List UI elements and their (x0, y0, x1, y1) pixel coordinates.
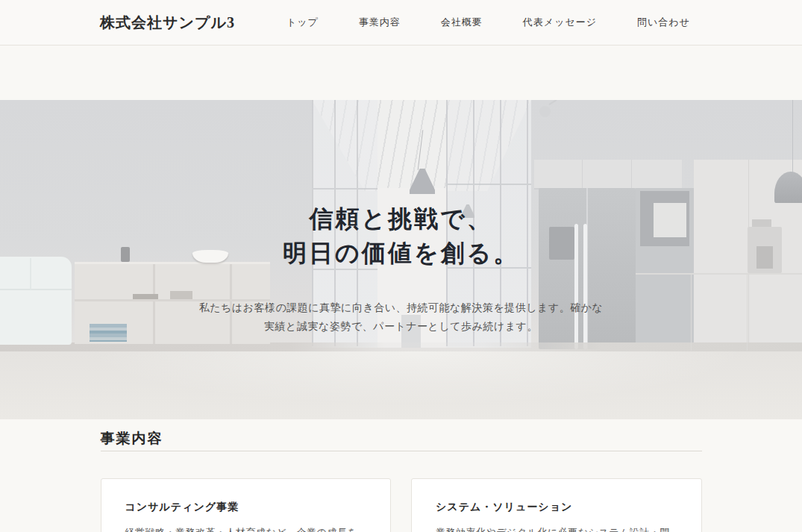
service-card-consulting: コンサルティング事業 経営戦略・業務改革・人材育成など、企業の成長を支え (101, 478, 392, 532)
main-nav: トップ 事業内容 会社概要 代表メッセージ 問い合わせ (286, 16, 690, 29)
hero-heading: 信頼と挑戦で、 明日の価値を創る。 (0, 201, 802, 270)
services-title: 事業内容 (101, 429, 702, 448)
service-card-title: システム・ソリューション (436, 501, 677, 514)
nav-link-contact[interactable]: 問い合わせ (637, 16, 690, 29)
hero-lead: 私たちはお客様の課題に真摯に向き合い、持続可能な解決策を提供します。確かな実績と… (198, 298, 604, 336)
nav-link-top[interactable]: トップ (286, 16, 319, 29)
hero-section: 信頼と挑戦で、 明日の価値を創る。 私たちはお客様の課題に真摯に向き合い、持続可… (0, 100, 802, 419)
service-card-system-solution: システム・ソリューション 業務効率化やデジタル化に必要なシステム設計・開発・ (411, 478, 702, 532)
nav-link-company[interactable]: 会社概要 (441, 16, 483, 29)
nav-link-services[interactable]: 事業内容 (359, 16, 401, 29)
site-header: 株式会社サンプル3 トップ 事業内容 会社概要 代表メッセージ 問い合わせ (0, 0, 802, 46)
service-cards: コンサルティング事業 経営戦略・業務改革・人材育成など、企業の成長を支え システ… (101, 478, 702, 532)
hero-heading-line2: 明日の価値を創る。 (0, 236, 802, 270)
hero-heading-line1: 信頼と挑戦で、 (0, 201, 802, 236)
site-logo[interactable]: 株式会社サンプル3 (100, 13, 235, 33)
hero-content: 信頼と挑戦で、 明日の価値を創る。 私たちはお客様の課題に真摯に向き合い、持続可… (0, 100, 802, 419)
section-divider (101, 451, 702, 451)
header-spacer (0, 46, 802, 100)
services-section: 事業内容 コンサルティング事業 経営戦略・業務改革・人材育成など、企業の成長を支… (101, 419, 702, 532)
service-card-body: 業務効率化やデジタル化に必要なシステム設計・開発・ (436, 524, 677, 532)
service-card-title: コンサルティング事業 (125, 501, 367, 514)
service-card-body: 経営戦略・業務改革・人材育成など、企業の成長を支え (125, 524, 367, 532)
nav-link-message[interactable]: 代表メッセージ (523, 16, 597, 29)
